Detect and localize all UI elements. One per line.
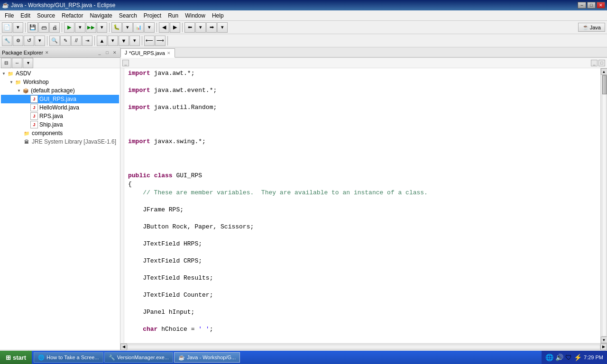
- back-dropdown[interactable]: ▾: [195, 22, 206, 33]
- pe-tree-item--default-package-[interactable]: ▼📦(default package): [1, 86, 119, 95]
- prev-annotation-btn[interactable]: ▲: [97, 36, 107, 46]
- tray-icon-power[interactable]: ⚡: [574, 354, 582, 361]
- toolbar-row2: 🔧 ⚙ ↺ ▾ 🔍 ✎ // ⇥ ▲ ▾ ▼ ▾ ⟵ ⟶: [0, 34, 607, 47]
- tray-icon-network[interactable]: 🌐: [545, 354, 553, 361]
- new-button[interactable]: 📄: [2, 22, 12, 33]
- maximize-button[interactable]: □: [587, 2, 596, 9]
- title-bar-controls[interactable]: – □ ✕: [578, 2, 605, 9]
- scroll-left-btn[interactable]: ◀: [120, 344, 127, 350]
- coverage-dropdown[interactable]: ▾: [144, 22, 155, 33]
- next-annotation-btn[interactable]: ▼: [119, 36, 129, 46]
- minimize-button[interactable]: –: [578, 2, 586, 9]
- taskbar-item-how-to-take-a-scree-[interactable]: 🌐How to Take a Scree...: [34, 352, 103, 363]
- editor-tab-gui-rps[interactable]: J *GUI_RPS.java ✕: [120, 48, 175, 58]
- pe-tree: ▼📁ASDV▼📁Workshop▼📦(default package)JGUI_…: [0, 68, 120, 350]
- prev-ann-dropdown[interactable]: ▾: [108, 36, 118, 46]
- pe-tree-item-workshop[interactable]: ▼📁Workshop: [1, 78, 119, 86]
- scroll-thumb[interactable]: [602, 75, 607, 94]
- menu-item-navigate[interactable]: Navigate: [87, 11, 115, 20]
- pe-tree-item-gui-rps-java[interactable]: JGUI_RPS.java: [1, 95, 119, 103]
- pe-tree-item-ship-java[interactable]: JShip.java: [1, 120, 119, 129]
- editor-area: J *GUI_RPS.java ✕ _ _ □ import java.awt.…: [120, 47, 607, 350]
- bottom-scrollbar[interactable]: ◀ ▶: [120, 343, 607, 350]
- code-content[interactable]: import java.awt.*; import java.awt.event…: [124, 68, 600, 343]
- scroll-track[interactable]: [602, 75, 607, 337]
- debug-dropdown[interactable]: ▾: [122, 22, 133, 33]
- code-token: public: [128, 172, 150, 179]
- toolbar2-sep2: [94, 36, 95, 46]
- menu-item-search[interactable]: Search: [116, 11, 140, 20]
- menu-item-refactor[interactable]: Refactor: [59, 11, 86, 20]
- code-token: hChoice =: [157, 326, 198, 333]
- scroll-down-btn[interactable]: ▼: [601, 337, 607, 343]
- pe-maximize-btn[interactable]: □: [104, 49, 110, 56]
- prev-edit-button[interactable]: ◀: [159, 22, 169, 33]
- new-type-button[interactable]: 🔧: [2, 36, 12, 46]
- fwd-button[interactable]: ➡: [206, 22, 217, 33]
- fwd-dropdown[interactable]: ▾: [217, 22, 228, 33]
- java-perspective-button[interactable]: ☕ Writable Java: [578, 23, 605, 32]
- editor-scrollbar[interactable]: ▲ ▼: [600, 68, 607, 343]
- toggle-comment[interactable]: //: [71, 36, 82, 46]
- pe-tree-item-asdv[interactable]: ▼📁ASDV: [1, 69, 119, 78]
- editor-nav-collapse[interactable]: _: [122, 60, 129, 66]
- run-last-button[interactable]: ▶▶: [86, 22, 96, 33]
- build-button[interactable]: ⚙: [13, 36, 23, 46]
- start-button[interactable]: ⊞ start: [0, 351, 32, 364]
- tree-item-label: components: [32, 130, 63, 136]
- save-button[interactable]: 💾: [28, 22, 38, 33]
- back-button[interactable]: ⬅: [184, 22, 195, 33]
- run-config-dropdown[interactable]: ▾: [97, 22, 107, 33]
- refresh-dropdown[interactable]: ▾: [35, 36, 45, 46]
- run-dropdown[interactable]: ▾: [75, 22, 85, 33]
- line-numbers: [120, 68, 124, 343]
- scroll-up-btn[interactable]: ▲: [601, 68, 607, 75]
- last-edit-btn[interactable]: ⟵: [144, 36, 155, 46]
- editor-nav-minimize[interactable]: _: [591, 60, 598, 66]
- menu-item-source[interactable]: Source: [34, 11, 58, 20]
- tray-icon-sound[interactable]: 🔊: [555, 354, 563, 361]
- new-dropdown[interactable]: ▾: [13, 22, 23, 33]
- toolbar-row1: 📄 ▾ 💾 🗃 🖨 ▶ ▾ ▶▶ ▾ 🐛 ▾ 📊 ▾ ◀ ▶ ⬅ ▾ ➡ ▾ ☕…: [0, 21, 607, 34]
- title-bar-left: ☕ Java - Workshop/GUI_RPS.java - Eclipse: [2, 2, 116, 9]
- run-button[interactable]: ▶: [64, 22, 74, 33]
- taskbar-item-java---workshop-g---[interactable]: ☕Java - Workshop/G...: [174, 352, 240, 363]
- editor-tab-close[interactable]: ✕: [167, 51, 171, 55]
- title-bar: ☕ Java - Workshop/GUI_RPS.java - Eclipse…: [0, 0, 607, 10]
- next-edit-button[interactable]: ▶: [170, 22, 180, 33]
- pe-minimize-btn[interactable]: _: [96, 49, 103, 56]
- code-line-21: JTextField HRPS;: [128, 240, 597, 248]
- refresh-button[interactable]: ↺: [24, 36, 34, 46]
- search-button[interactable]: 🔍: [49, 36, 60, 46]
- pe-tree-item-rps-java[interactable]: JRPS.java: [1, 112, 119, 120]
- menu-item-run[interactable]: Run: [165, 11, 181, 20]
- pe-tree-item-jre-system-library--javase-1-6-[interactable]: 🏛JRE System Library [JavaSE-1.6]: [1, 137, 119, 146]
- pe-tree-item-helloworld-java[interactable]: JHelloWorld.java: [1, 103, 119, 112]
- menu-item-project[interactable]: Project: [141, 11, 164, 20]
- pe-tree-item-components[interactable]: 📁components: [1, 129, 119, 137]
- debug-button[interactable]: 🐛: [111, 22, 122, 33]
- menu-item-edit[interactable]: Edit: [18, 11, 33, 20]
- pe-close-btn[interactable]: ✕: [111, 49, 118, 56]
- tree-item-icon-folder: 📁: [23, 129, 30, 137]
- code-editor[interactable]: import java.awt.*; import java.awt.event…: [120, 68, 607, 343]
- coverage-button[interactable]: 📊: [133, 22, 144, 33]
- format-button[interactable]: ⇥: [82, 36, 92, 46]
- editor-nav-maximize[interactable]: □: [598, 60, 605, 66]
- scroll-right-btn[interactable]: ▶: [600, 344, 607, 350]
- taskbar-item-versionmanager-exe--[interactable]: 🔧VersionManager.exe...: [104, 352, 173, 363]
- tray-icon-security[interactable]: 🛡: [565, 354, 572, 361]
- menu-item-help[interactable]: Help: [209, 11, 227, 20]
- next-ann-dropdown[interactable]: ▾: [129, 36, 140, 46]
- pe-menu-btn[interactable]: ▾: [23, 58, 33, 68]
- menu-item-window[interactable]: Window: [182, 11, 208, 20]
- link-editor-btn[interactable]: ↔: [12, 58, 22, 68]
- close-button[interactable]: ✕: [597, 2, 605, 9]
- next-edit-loc-btn[interactable]: ⟶: [155, 36, 166, 46]
- pe-header-controls[interactable]: _ □ ✕: [96, 49, 118, 56]
- print-button[interactable]: 🖨: [49, 22, 60, 33]
- collapse-all-btn[interactable]: ⊟: [1, 58, 11, 68]
- save-all-button[interactable]: 🗃: [38, 22, 49, 33]
- menu-item-file[interactable]: File: [2, 11, 17, 20]
- mark-button[interactable]: ✎: [60, 36, 71, 46]
